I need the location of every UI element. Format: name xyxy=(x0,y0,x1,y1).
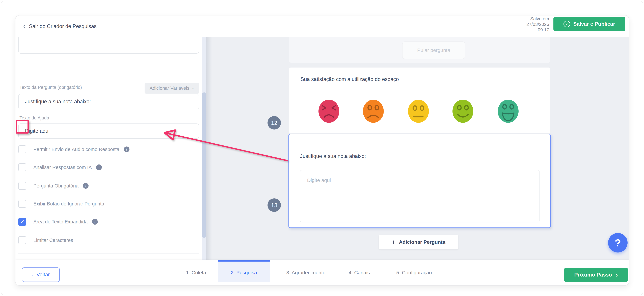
required-question-label: Pergunta Obrigatória xyxy=(33,183,78,189)
rating-face-angry-icon[interactable] xyxy=(318,99,340,123)
tab-coleta[interactable]: 1. Coleta xyxy=(186,270,206,275)
screen: ‹ Sair do Criador de Pesquisas Salvo em … xyxy=(0,0,644,296)
next-chevron-icon: › xyxy=(616,272,618,278)
rating-face-very-happy-icon[interactable] xyxy=(497,99,519,123)
question-13-card[interactable]: Justifique a sua nota abaixo: xyxy=(288,134,551,228)
saved-status: Salvo em 27/03/2026 09:17 xyxy=(479,16,549,33)
question-12-card: Sua satisfação com a utilização do espaç… xyxy=(289,68,550,133)
add-variables-button[interactable]: Adicionar Variáveis ▼ xyxy=(144,83,199,94)
exit-builder-button[interactable]: ‹ Sair do Criador de Pesquisas xyxy=(23,16,96,37)
rating-face-sad-icon[interactable] xyxy=(362,99,384,123)
back-chevron-icon: ‹ xyxy=(32,272,34,278)
saved-status-date: 27/03/2026 xyxy=(479,22,549,27)
rating-face-happy-icon[interactable] xyxy=(452,99,474,123)
question-13-title: Justifique a sua nota abaixo: xyxy=(300,153,366,159)
help-text-input[interactable] xyxy=(18,123,199,138)
survey-preview-panel: Pular pergunta Sua satisfação com a util… xyxy=(206,37,629,260)
tab-agradecimento[interactable]: 3. Agradecimento xyxy=(286,270,325,275)
option-row-skip-button: Exibir Botão de Ignorar Pergunta xyxy=(18,199,104,209)
info-icon[interactable]: i xyxy=(92,219,98,225)
tab-configuracao[interactable]: 5. Configuração xyxy=(396,270,432,275)
plus-icon: + xyxy=(392,239,395,246)
survey-builder-window: ‹ Sair do Criador de Pesquisas Salvo em … xyxy=(15,15,629,285)
option-row-ai-analysis: Analisar Respostas com IA i xyxy=(18,162,102,172)
question-text-label: Texto da Pergunta (obrigatório) xyxy=(20,85,82,90)
question-text-input[interactable] xyxy=(18,94,199,109)
tab-canais[interactable]: 4. Canais xyxy=(349,270,370,275)
required-question-checkbox[interactable] xyxy=(18,182,26,190)
back-step-label: Voltar xyxy=(36,272,50,278)
skip-button-label: Exibir Botão de Ignorar Pergunta xyxy=(33,201,104,207)
top-header: ‹ Sair do Criador de Pesquisas Salvo em … xyxy=(16,16,629,37)
add-question-label: Adicionar Pergunta xyxy=(399,239,446,245)
info-icon[interactable]: i xyxy=(96,165,102,170)
limit-characters-label: Limitar Caracteres xyxy=(33,238,73,243)
limit-characters-checkbox[interactable] xyxy=(18,236,26,244)
option-row-required: Pergunta Obrigatória i xyxy=(18,181,88,191)
expanded-text-checkbox[interactable]: ✓ xyxy=(18,218,26,226)
ai-analysis-checkbox[interactable] xyxy=(18,163,26,171)
saved-status-time: 09:17 xyxy=(479,27,549,33)
allow-audio-checkbox[interactable] xyxy=(18,145,26,153)
question-12-title: Sua satisfação com a utilização do espaç… xyxy=(300,76,399,82)
skip-question-button[interactable]: Pular pergunta xyxy=(402,42,465,59)
skip-question-label: Pular pergunta xyxy=(417,47,450,53)
next-step-button[interactable]: Próximo Passo › xyxy=(564,268,628,282)
wizard-footer: ‹ Voltar 1. Coleta 2. Pesquisa 3. Agrade… xyxy=(16,260,629,285)
save-publish-label: Salvar e Publicar xyxy=(573,21,615,27)
question-12-number-badge: 12 xyxy=(268,116,281,129)
question-13-number-badge: 13 xyxy=(268,198,281,212)
back-step-button[interactable]: ‹ Voltar xyxy=(22,267,60,282)
info-icon[interactable]: i xyxy=(83,183,88,189)
section-divider xyxy=(18,253,199,253)
saved-status-line: Salvo em xyxy=(479,16,549,22)
tutorial-highlight-box xyxy=(16,120,29,133)
help-button[interactable]: ? xyxy=(608,233,628,252)
question-mark-icon: ? xyxy=(615,237,621,249)
option-row-limit-chars: Limitar Caracteres xyxy=(18,235,73,245)
option-row-expanded-text: ✓ Área de Texto Expandida i xyxy=(18,217,98,227)
add-question-button[interactable]: + Adicionar Pergunta xyxy=(378,235,458,249)
back-chevron-icon: ‹ xyxy=(23,23,25,30)
question-editor-panel: Texto da Pergunta (obrigatório) Adiciona… xyxy=(16,37,202,260)
expanded-text-label: Área de Texto Expandida xyxy=(33,219,88,225)
chevron-down-icon: ▼ xyxy=(192,87,194,90)
skip-button-checkbox[interactable] xyxy=(18,200,26,208)
option-row-allow-audio: Permitir Envio de Áudio como Resposta i xyxy=(18,144,130,154)
check-circle-icon: ✓ xyxy=(564,21,570,27)
editor-scrollbar-thumb[interactable] xyxy=(202,92,206,238)
rating-face-neutral-icon[interactable] xyxy=(407,99,430,123)
allow-audio-label: Permitir Envio de Áudio como Resposta xyxy=(33,147,120,152)
tab-pesquisa[interactable]: 2. Pesquisa xyxy=(231,270,257,275)
next-step-label: Próximo Passo xyxy=(574,272,612,278)
save-publish-button[interactable]: ✓ Salvar e Publicar xyxy=(554,17,625,31)
answer-textarea[interactable] xyxy=(300,170,540,222)
ai-analysis-label: Analisar Respostas com IA xyxy=(33,165,92,170)
info-icon[interactable]: i xyxy=(124,146,130,152)
exit-builder-label: Sair do Criador de Pesquisas xyxy=(29,23,96,29)
previous-question-card: Pular pergunta xyxy=(289,37,550,63)
panel-shadow xyxy=(206,37,212,260)
add-variables-label: Adicionar Variáveis xyxy=(150,85,190,91)
